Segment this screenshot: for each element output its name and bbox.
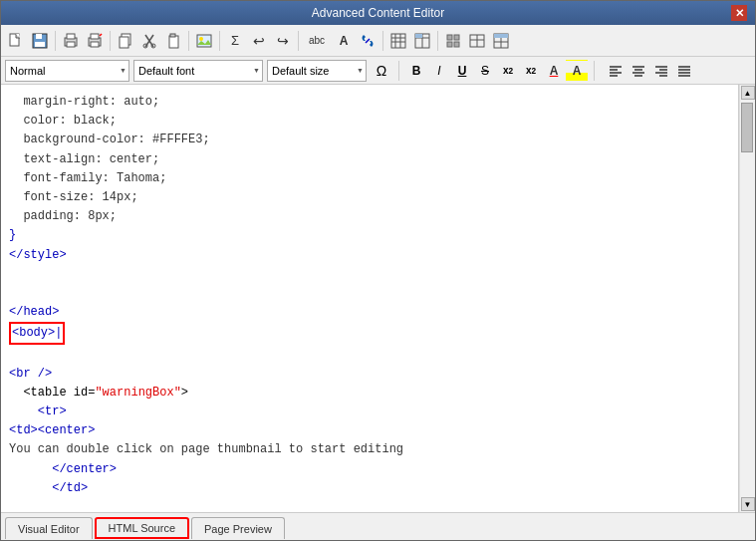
sep6 xyxy=(382,31,383,51)
table-btn2[interactable] xyxy=(411,30,433,52)
subscript-button[interactable]: x2 xyxy=(497,60,519,82)
new-button[interactable] xyxy=(5,30,27,52)
sep1 xyxy=(55,31,56,51)
svg-rect-12 xyxy=(120,37,128,48)
scroll-up-button[interactable]: ▲ xyxy=(741,86,755,100)
svg-rect-31 xyxy=(454,35,459,40)
style-select[interactable]: Normal xyxy=(5,60,129,82)
align-right-button[interactable] xyxy=(650,60,672,82)
font-highlight-button[interactable]: A xyxy=(566,60,588,82)
code-line-body: <body>| xyxy=(9,322,730,345)
code-line xyxy=(9,265,730,284)
code-line xyxy=(9,284,730,303)
code-line: You can double click on page thumbnail t… xyxy=(9,440,730,459)
align-left-button[interactable] xyxy=(605,60,627,82)
align-justify-button[interactable] xyxy=(673,60,695,82)
format-buttons: B I U S x2 x2 A A xyxy=(405,60,588,82)
svg-rect-18 xyxy=(170,34,175,37)
scroll-down-button[interactable]: ▼ xyxy=(741,497,755,511)
svg-rect-38 xyxy=(494,34,508,38)
svg-rect-29 xyxy=(415,34,422,38)
svg-rect-32 xyxy=(447,42,452,47)
tab-visual-editor[interactable]: Visual Editor xyxy=(5,517,93,539)
code-line: <table id="warningBox"> xyxy=(9,384,730,403)
tab-page-preview[interactable]: Page Preview xyxy=(191,517,285,539)
code-line: <br /> xyxy=(9,365,730,384)
code-line xyxy=(9,345,730,364)
svg-rect-3 xyxy=(35,42,45,47)
extra-btn3[interactable] xyxy=(490,30,512,52)
save-button[interactable] xyxy=(29,30,51,52)
spell-button[interactable]: abc xyxy=(303,30,331,52)
svg-rect-2 xyxy=(36,34,42,39)
bottom-tabs: Visual Editor HTML Source Page Preview xyxy=(1,512,755,540)
body-tag: <body>| xyxy=(9,322,65,345)
close-button[interactable]: ✕ xyxy=(731,5,747,21)
code-line: text-align: center; xyxy=(9,150,730,169)
print2-button[interactable] xyxy=(84,30,106,52)
svg-rect-5 xyxy=(67,34,75,39)
code-line: margin-right: auto; xyxy=(9,93,730,112)
redo-button[interactable]: ↪ xyxy=(272,30,294,52)
toolbar-row-1: Σ ↩ ↪ abc A xyxy=(1,25,755,57)
align-center-button[interactable] xyxy=(628,60,649,82)
code-line: <tr> xyxy=(9,403,730,421)
sep-fmt xyxy=(398,61,399,81)
sep7 xyxy=(437,31,438,51)
bold-button[interactable]: B xyxy=(405,60,427,82)
code-line: } xyxy=(9,226,730,245)
svg-rect-6 xyxy=(67,42,75,47)
font-select[interactable]: Default font xyxy=(133,60,263,82)
svg-rect-21 xyxy=(391,34,405,48)
code-line: padding: 8px; xyxy=(9,207,730,226)
undo-button[interactable]: ↩ xyxy=(248,30,270,52)
svg-rect-33 xyxy=(454,42,459,47)
sep4 xyxy=(219,31,220,51)
format-row: Normal Default font Default size Ω B I U… xyxy=(1,57,755,85)
scrollbar[interactable]: ▲ ▼ xyxy=(739,85,755,512)
code-editor[interactable]: margin-right: auto; color: black; backgr… xyxy=(1,85,739,512)
cut-button[interactable] xyxy=(138,30,160,52)
link-button[interactable] xyxy=(357,30,378,52)
table-btn1[interactable] xyxy=(387,30,409,52)
size-select-wrapper: Default size xyxy=(267,60,367,82)
font-select-wrapper: Default font xyxy=(133,60,263,82)
tab-html-source[interactable]: HTML Source xyxy=(95,517,189,539)
extra-btn2[interactable] xyxy=(466,30,488,52)
code-line xyxy=(9,498,730,512)
size-select[interactable]: Default size xyxy=(267,60,367,82)
code-line: </center> xyxy=(9,460,730,479)
omega-button[interactable]: Ω xyxy=(371,60,392,82)
print-button[interactable] xyxy=(60,30,82,52)
code-line: <td><center> xyxy=(9,421,730,440)
superscript-button[interactable]: x2 xyxy=(520,60,542,82)
sigma-button[interactable]: Σ xyxy=(224,30,246,52)
extra-btn1[interactable] xyxy=(442,30,464,52)
svg-point-20 xyxy=(199,37,203,41)
code-line: </head> xyxy=(9,303,730,322)
image-button[interactable] xyxy=(193,30,215,52)
svg-line-10 xyxy=(100,34,102,36)
svg-rect-17 xyxy=(169,36,178,48)
window-title: Advanced Content Editor xyxy=(25,6,731,20)
main-window: Advanced Content Editor ✕ xyxy=(0,0,756,541)
code-line: </td> xyxy=(9,479,730,498)
code-line: color: black; xyxy=(9,112,730,131)
code-line: font-family: Tahoma; xyxy=(9,169,730,188)
strikethrough-button[interactable]: S xyxy=(474,60,496,82)
italic-button[interactable]: I xyxy=(428,60,450,82)
font-color-a-button[interactable]: A xyxy=(543,60,565,82)
code-line: background-color: #FFFFE3; xyxy=(9,131,730,149)
paste-button[interactable] xyxy=(162,30,184,52)
style-select-wrapper: Normal xyxy=(5,60,129,82)
font-button[interactable]: A xyxy=(333,30,355,52)
svg-rect-8 xyxy=(91,34,99,39)
svg-rect-30 xyxy=(447,35,452,40)
scroll-thumb[interactable] xyxy=(741,103,753,152)
sep5 xyxy=(298,31,299,51)
svg-rect-9 xyxy=(91,42,99,47)
sep-align xyxy=(594,61,595,81)
copy-button[interactable] xyxy=(115,30,136,52)
sep2 xyxy=(110,31,111,51)
underline-button[interactable]: U xyxy=(451,60,473,82)
